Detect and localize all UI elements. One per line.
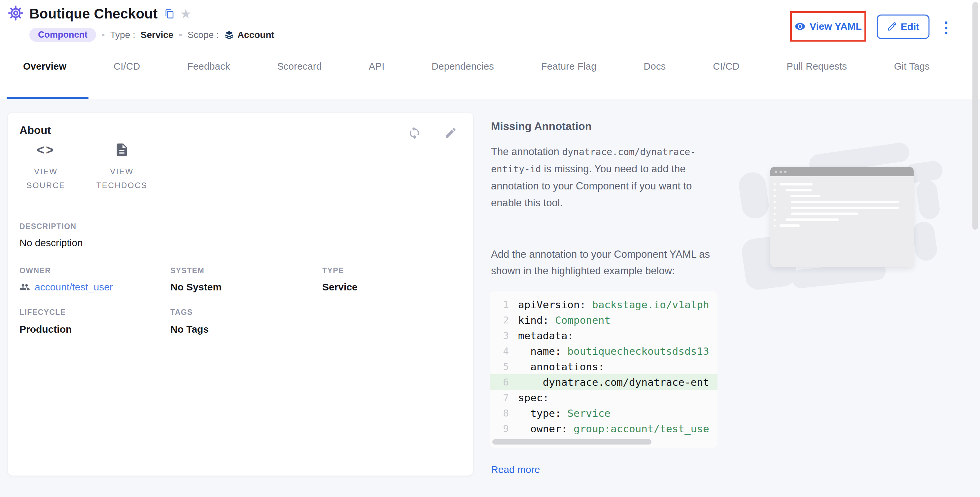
tab-cicd-1[interactable]: CI/CD [114, 61, 140, 72]
eye-icon [794, 21, 806, 32]
separator-dot: • [179, 29, 182, 41]
illustration-blob [911, 221, 939, 262]
layers-icon [224, 30, 234, 40]
illustration-line [791, 195, 820, 197]
gear-icon [8, 5, 24, 22]
window-dot [784, 171, 786, 173]
edit-label: Edit [901, 21, 920, 32]
tab-api[interactable]: API [369, 61, 385, 72]
yaml-code-lines: 1apiVersion: backstage.io/v1alph 2kind: … [490, 297, 718, 436]
code-line: 5 annotations: [490, 359, 718, 374]
system-field-label: SYSTEM [170, 266, 204, 275]
tab-dependencies[interactable]: Dependencies [431, 61, 494, 72]
window-dot [775, 171, 777, 173]
code-horizontal-scrollbar[interactable] [492, 439, 651, 445]
code-line: 2kind: Component [490, 312, 718, 328]
code-line: 9 owner: group:account/test_use [490, 421, 718, 436]
component-page: Boutique Checkout ★ Component • Type : S… [0, 0, 980, 497]
page-vertical-scrollbar[interactable] [972, 2, 978, 230]
illustration-bullet [774, 207, 776, 209]
tab-git-tags[interactable]: Git Tags [894, 61, 930, 72]
type-field-label: TYPE [322, 266, 344, 275]
code-line: 8 type: Service [490, 405, 718, 421]
about-card-actions [407, 126, 458, 140]
separator-dot: • [101, 29, 105, 41]
tab-feedback[interactable]: Feedback [187, 61, 230, 72]
system-field-value: No System [170, 281, 221, 293]
about-card-title: About [19, 124, 51, 137]
code-brackets-icon: <> [37, 141, 56, 157]
people-icon [19, 282, 30, 292]
illustration-line [780, 183, 813, 186]
description-field-label: DESCRIPTION [19, 222, 76, 231]
window-titlebar [770, 167, 914, 176]
edit-button[interactable]: Edit [877, 14, 929, 39]
refresh-icon[interactable] [407, 126, 422, 140]
view-source-label: VIEW SOURCE [19, 165, 72, 192]
kind-badge: Component [29, 28, 96, 42]
code-line: 7spec: [490, 390, 718, 405]
tab-bar: Overview CI/CD Feedback Scorecard API De… [23, 61, 930, 72]
content-area: About <> VIEW SOURCE VIEW T [0, 99, 980, 497]
yaml-code-block: 1apiVersion: backstage.io/v1alph 2kind: … [490, 291, 718, 448]
illustration-bullet [774, 183, 776, 185]
owner-field-label: OWNER [19, 266, 51, 275]
view-yaml-highlight-box: View YAML [790, 11, 866, 41]
view-techdocs-label: VIEW TECHDOCS [95, 165, 148, 192]
favorite-star-icon[interactable]: ★ [180, 8, 191, 20]
illustration-blob [915, 179, 941, 220]
illustration-bullet [774, 195, 776, 197]
owner-field-value: account/test_user [19, 281, 113, 293]
illustration-line [791, 206, 899, 209]
illustration-line [786, 219, 839, 221]
code-line: 4 name: boutiquecheckoutsdsds13 [490, 343, 718, 359]
description-field-value: No description [19, 237, 83, 249]
lifecycle-field-label: LIFECYCLE [19, 308, 66, 317]
view-yaml-button[interactable]: View YAML [794, 21, 862, 32]
scope-group: Account [224, 30, 274, 40]
scope-value: Account [237, 30, 274, 40]
read-more-link[interactable]: Read more [491, 464, 540, 475]
tab-docs[interactable]: Docs [644, 61, 666, 72]
tab-cicd-2[interactable]: CI/CD [713, 61, 739, 72]
lifecycle-field-value: Production [19, 324, 72, 335]
type-value: Service [141, 30, 174, 40]
view-techdocs-link[interactable]: VIEW TECHDOCS [95, 141, 148, 192]
edit-about-pencil-icon[interactable] [444, 126, 458, 140]
tab-feature-flag[interactable]: Feature Flag [541, 61, 597, 72]
view-yaml-label: View YAML [810, 21, 862, 32]
tab-overview[interactable]: Overview [23, 61, 66, 72]
active-tab-indicator [6, 97, 89, 99]
illustration-bullet [774, 201, 776, 203]
missing-annotation-paragraph: The annotation dynatrace.com/dynatrace-e… [491, 143, 724, 211]
type-field-value: Service [322, 281, 358, 293]
illustration-blob [737, 171, 771, 220]
illustration-line [786, 189, 811, 191]
entity-title-group: Boutique Checkout ★ [8, 5, 191, 22]
title-icons: ★ [165, 8, 191, 20]
kebab-menu-icon[interactable]: ⋮ [940, 16, 953, 39]
page-header: Boutique Checkout ★ Component • Type : S… [0, 0, 980, 99]
tags-field-label: TAGS [170, 308, 193, 317]
view-source-link[interactable]: <> VIEW SOURCE [19, 141, 72, 192]
entity-meta-row: Component • Type : Service • Scope : Acc… [29, 28, 274, 42]
code-line: 1apiVersion: backstage.io/v1alph [490, 297, 718, 312]
tab-scorecard[interactable]: Scorecard [277, 61, 321, 72]
page-title: Boutique Checkout [29, 6, 158, 22]
illustration-line [780, 224, 800, 227]
tab-pull-requests[interactable]: Pull Requests [786, 61, 847, 72]
illustration-bullet [774, 219, 776, 221]
type-label: Type : [110, 30, 135, 40]
about-quick-links: <> VIEW SOURCE VIEW TECHDOCS [19, 141, 148, 192]
window-dot [780, 171, 782, 173]
document-icon [114, 141, 129, 157]
owner-link[interactable]: account/test_user [35, 281, 113, 293]
pencil-icon [887, 22, 897, 32]
code-line: 3metadata: [490, 328, 718, 343]
illustration-line [791, 213, 858, 215]
illustration-bullet [774, 225, 776, 227]
copy-icon[interactable] [165, 9, 175, 19]
missing-annotation-title: Missing Annotation [491, 120, 592, 133]
about-card: About <> VIEW SOURCE VIEW T [7, 112, 474, 476]
illustration-line [791, 201, 899, 203]
